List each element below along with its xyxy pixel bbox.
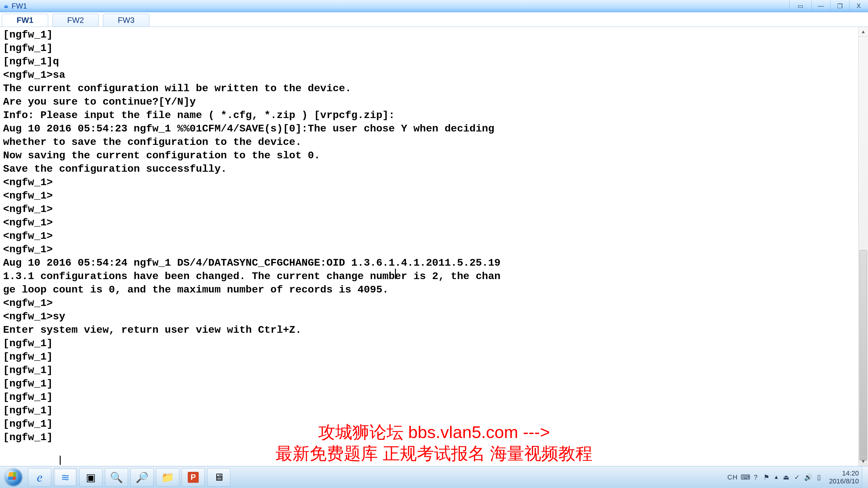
- clock[interactable]: 14:20 2016/8/10: [826, 469, 859, 485]
- app-icon: [2, 2, 10, 10]
- ie-icon: e: [37, 470, 43, 485]
- taskbar-item-powerpoint[interactable]: P: [182, 468, 205, 486]
- tray-expand-icon[interactable]: ▲: [774, 474, 779, 480]
- scroll-down-arrow[interactable]: ▼: [859, 456, 868, 466]
- magnifier-icon: 🔍: [110, 471, 123, 483]
- windows-taskbar: e ≋ ▣ 🔍 🔎 📁 P 🖥 CH ⌨ ? ⚑ ▲ ⏏ ✓ 🔊 ▯ 14:20…: [0, 466, 868, 488]
- taskbar-item-ensp[interactable]: ≋: [54, 468, 77, 486]
- console-icon: ▣: [86, 471, 96, 483]
- terminal-pane: [ngfw_1] [ngfw_1] [ngfw_1]q <ngfw_1>sa T…: [0, 27, 868, 466]
- window-title: FW1: [11, 2, 27, 10]
- terminal-icon: 🖥: [214, 471, 224, 483]
- taskbar-item-search[interactable]: 🔎: [130, 468, 154, 486]
- search-icon: 🔎: [135, 471, 148, 483]
- battery-icon[interactable]: ▯: [815, 473, 823, 481]
- clock-time: 14:20: [829, 469, 859, 477]
- vertical-scrollbar[interactable]: ▲ ▼: [858, 27, 868, 466]
- snap-button[interactable]: ▭: [789, 0, 811, 12]
- windows-logo-icon: [5, 468, 22, 486]
- taskbar-item-magnifier[interactable]: 🔍: [105, 468, 128, 486]
- folder-icon: 📁: [161, 471, 174, 483]
- maximize-button[interactable]: ❐: [830, 0, 849, 12]
- taskbar-item-console1[interactable]: ▣: [79, 468, 102, 486]
- help-icon[interactable]: ?: [751, 473, 760, 481]
- show-desktop-button[interactable]: [862, 466, 868, 488]
- volume-icon[interactable]: 🔊: [804, 473, 812, 481]
- action-center-icon[interactable]: ⚑: [763, 473, 771, 481]
- ime-language[interactable]: CH: [727, 473, 738, 481]
- terminal-output[interactable]: [ngfw_1] [ngfw_1] [ngfw_1]q <ngfw_1>sa T…: [0, 27, 868, 466]
- start-button[interactable]: [0, 466, 27, 488]
- taskbar-item-explorer[interactable]: 📁: [156, 468, 179, 486]
- taskbar-item-terminal[interactable]: 🖥: [207, 468, 230, 486]
- tab-fw2[interactable]: FW2: [53, 14, 99, 27]
- minimize-button[interactable]: —: [811, 0, 830, 12]
- text-caret: [395, 269, 396, 279]
- tab-fw3[interactable]: FW3: [103, 14, 149, 27]
- taskbar-item-ie[interactable]: e: [28, 468, 51, 486]
- clock-date: 2016/8/10: [829, 477, 859, 485]
- safe-remove-icon[interactable]: ⏏: [782, 473, 790, 481]
- powerpoint-icon: P: [188, 472, 199, 483]
- tab-strip: FW1 FW2 FW3: [0, 12, 868, 27]
- ime-icon[interactable]: ⌨: [741, 473, 748, 481]
- scroll-thumb[interactable]: [860, 250, 867, 461]
- tab-fw1[interactable]: FW1: [2, 14, 48, 27]
- ensp-icon: ≋: [61, 471, 69, 483]
- close-button[interactable]: X: [849, 0, 868, 12]
- window-titlebar: FW1 ▭ — ❐ X: [0, 0, 868, 12]
- security-icon[interactable]: ✓: [793, 473, 801, 481]
- scroll-up-arrow[interactable]: ▲: [859, 27, 868, 37]
- system-tray: CH ⌨ ? ⚑ ▲ ⏏ ✓ 🔊 ▯ 14:20 2016/8/10: [727, 466, 862, 488]
- window-controls: ▭ — ❐ X: [789, 0, 868, 12]
- input-cursor: [60, 456, 61, 465]
